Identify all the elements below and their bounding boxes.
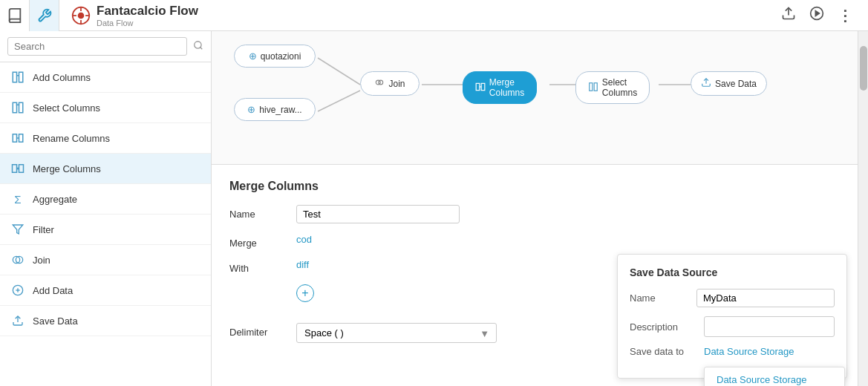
right-scrollbar[interactable] <box>858 31 868 386</box>
svg-rect-11 <box>13 72 16 82</box>
sidebar-item-join[interactable]: Join <box>0 245 211 275</box>
node-save-data-icon <box>701 77 711 90</box>
sidebar-item-label-aggregate: Aggregate <box>33 194 77 205</box>
svg-rect-14 <box>13 102 16 113</box>
search-input[interactable] <box>7 37 187 56</box>
sidebar-items: Add Columns Select Columns <box>0 62 211 386</box>
app-header: Fantacalcio Flow Data Flow <box>59 0 868 30</box>
save-description-row: Description <box>630 316 835 337</box>
node-quotazioni-label: quotazioni <box>261 51 301 62</box>
dropdown-item-data-source-storage[interactable]: Data Source Storage <box>705 367 844 386</box>
tool-icon[interactable] <box>30 0 59 31</box>
sidebar-item-rename-columns[interactable]: Rename Columns <box>0 123 211 154</box>
scrollbar-thumb <box>860 46 867 91</box>
merge-value-link[interactable]: cod <box>296 234 312 245</box>
node-select-icon <box>588 82 598 94</box>
svg-rect-17 <box>13 134 16 143</box>
save-name-label: Name <box>630 292 696 304</box>
svg-rect-36 <box>590 82 593 91</box>
play-button[interactable] <box>806 3 827 27</box>
sidebar-item-label-merge-columns: Merge Columns <box>33 163 101 174</box>
sidebar-item-add-data[interactable]: Add Data <box>0 275 211 306</box>
sidebar-item-label-join: Join <box>33 255 50 266</box>
node-select-columns-label: SelectColumns <box>602 77 637 98</box>
save-to-value[interactable]: Data Source Storage <box>704 346 794 357</box>
node-save-data[interactable]: Save Data <box>691 71 767 96</box>
node-hive-raw[interactable]: ⊕ hive_raw... <box>234 98 316 121</box>
node-quotazioni[interactable]: ⊕ quotazioni <box>234 45 316 68</box>
save-description-label: Description <box>630 321 704 333</box>
svg-rect-21 <box>19 165 24 173</box>
name-label: Name <box>229 205 296 220</box>
save-to-label: Save data to <box>630 346 704 357</box>
node-select-columns[interactable]: SelectColumns <box>575 71 650 104</box>
filter-icon <box>10 222 25 237</box>
add-data-icon <box>10 283 25 298</box>
delimiter-label: Delimiter <box>229 323 296 338</box>
svg-point-1 <box>78 12 85 19</box>
sidebar-item-merge-columns[interactable]: Merge Columns <box>0 154 211 184</box>
app-title-block: Fantacalcio Flow Data Flow <box>97 4 431 27</box>
rename-columns-icon <box>10 131 25 145</box>
with-value-link[interactable]: diff <box>296 259 309 270</box>
sidebar-item-label-select-columns: Select Columns <box>33 102 100 114</box>
sidebar: Add Columns Select Columns <box>0 31 212 386</box>
app-logo <box>71 6 91 25</box>
node-join-label: Join <box>388 79 405 89</box>
menu-button[interactable]: ⋮ <box>835 4 856 27</box>
svg-rect-12 <box>19 72 23 82</box>
aggregate-icon: Σ <box>10 192 25 206</box>
app-title: Fantacalcio Flow <box>97 4 431 19</box>
svg-line-40 <box>318 91 360 111</box>
sidebar-item-label-filter: Filter <box>33 224 54 235</box>
merge-row: Merge cod <box>229 234 840 249</box>
sidebar-item-save-data[interactable]: Save Data <box>0 306 211 336</box>
svg-marker-24 <box>13 225 22 234</box>
node-merge-icon <box>475 82 486 94</box>
svg-rect-34 <box>481 83 485 90</box>
save-data-icon <box>10 313 25 328</box>
node-hive-raw-icon: ⊕ <box>247 104 255 115</box>
sidebar-item-add-columns[interactable]: Add Columns <box>0 62 211 93</box>
node-merge-columns-label: MergeColumns <box>489 77 524 98</box>
svg-marker-8 <box>815 11 819 16</box>
node-save-data-label: Save Data <box>715 79 757 89</box>
node-hive-raw-label: hive_raw... <box>259 105 301 115</box>
sidebar-item-filter[interactable]: Filter <box>0 215 211 245</box>
add-columns-icon <box>10 70 25 85</box>
save-name-row: Name <box>630 289 835 307</box>
node-join-icon <box>374 77 385 90</box>
save-data-panel: Save Data Source Name Description Save d… <box>617 254 847 379</box>
save-description-input[interactable] <box>704 316 835 337</box>
save-name-input[interactable] <box>696 289 835 307</box>
app-subtitle: Data Flow <box>97 19 431 27</box>
svg-point-9 <box>195 42 201 48</box>
node-merge-columns[interactable]: MergeColumns <box>463 71 537 104</box>
flow-canvas: ⊕ quotazioni ⊕ hive_raw... Join <box>212 31 858 165</box>
save-to-row: Save data to Data Source Storage Data So… <box>630 346 835 357</box>
delimiter-select[interactable]: Space ( ) Comma (,) Semicolon (;) Tab No… <box>296 323 497 343</box>
sidebar-item-label-rename-columns: Rename Columns <box>33 133 110 144</box>
add-merge-button[interactable]: + <box>296 284 314 302</box>
merge-columns-icon <box>10 161 25 176</box>
sidebar-item-select-columns[interactable]: Select Columns <box>0 93 211 123</box>
svg-rect-20 <box>13 165 17 173</box>
save-to-dropdown: Data Source Storage Database Connection <box>704 367 845 386</box>
save-panel-title: Save Data Source <box>630 266 835 278</box>
join-icon <box>10 252 25 267</box>
name-input[interactable] <box>296 205 460 223</box>
svg-rect-15 <box>19 102 23 113</box>
search-icon <box>193 40 203 53</box>
merge-label: Merge <box>229 234 296 249</box>
name-row: Name <box>229 205 840 223</box>
select-columns-icon <box>10 100 25 115</box>
node-quotazioni-icon: ⊕ <box>249 50 257 62</box>
sidebar-item-label-save-data: Save Data <box>33 315 78 327</box>
upload-button[interactable] <box>778 3 799 27</box>
with-label: With <box>229 259 296 274</box>
book-icon[interactable] <box>0 0 30 31</box>
node-join[interactable]: Join <box>360 71 420 96</box>
svg-line-39 <box>318 58 360 85</box>
svg-rect-37 <box>594 82 597 91</box>
sidebar-item-aggregate[interactable]: Σ Aggregate <box>0 184 211 215</box>
